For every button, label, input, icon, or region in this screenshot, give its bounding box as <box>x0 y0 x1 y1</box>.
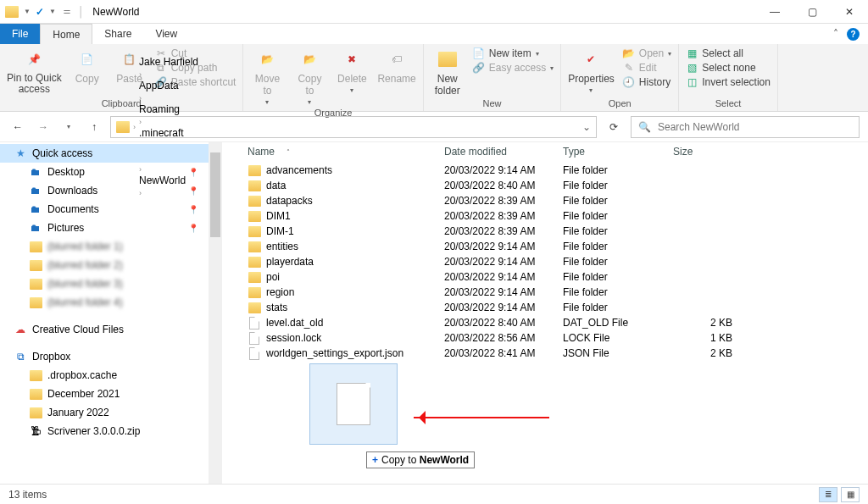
group-select-label: Select <box>686 97 771 111</box>
new-folder-button[interactable]: New folder <box>431 47 465 97</box>
nav-quick-access[interactable]: ★ Quick access <box>0 144 222 163</box>
file-type: File folder <box>563 271 673 283</box>
nav-jan-folder[interactable]: January 2022 <box>0 403 222 422</box>
nav-creative-cloud[interactable]: ☁ Creative Cloud Files <box>0 320 222 339</box>
view-details-button[interactable]: ≣ <box>819 487 837 502</box>
rename-button[interactable]: 🏷 Rename <box>377 47 415 85</box>
file-row[interactable]: datapacks20/03/2022 8:39 AMFile folder <box>222 193 868 208</box>
history-icon: 🕘 <box>623 76 635 88</box>
column-date[interactable]: Date modified <box>444 146 563 158</box>
breadcrumb-Jake Harfield[interactable]: Jake Harfield <box>139 56 198 68</box>
file-row[interactable]: playerdata20/03/2022 9:14 AMFile folder <box>222 254 868 269</box>
breadcrumb-Roaming[interactable]: Roaming <box>139 103 198 115</box>
nav-documents[interactable]: 🖿Documents📍 <box>0 200 222 219</box>
copy-to-button[interactable]: 📂 Copy to▾ <box>292 47 326 106</box>
tab-view[interactable]: View <box>143 24 189 44</box>
nav-blurred-item[interactable]: (blurred folder 3) <box>0 274 222 293</box>
nav-desktop[interactable]: 🖿Desktop📍 <box>0 163 222 181</box>
ribbon-collapse-icon[interactable]: ˄ <box>833 28 838 40</box>
open-icon: 📂 <box>623 47 635 59</box>
nav-blurred-item[interactable]: (blurred folder 2) <box>0 256 222 274</box>
file-date: 20/03/2022 9:14 AM <box>444 241 563 252</box>
group-open-label: Open <box>568 97 671 111</box>
file-row[interactable]: worldgen_settings_export.json20/03/2022 … <box>222 346 868 361</box>
copy-button[interactable]: 📄 Copy <box>70 47 104 85</box>
file-row[interactable]: region20/03/2022 9:14 AMFile folder <box>222 285 868 300</box>
qat-chevron2-icon[interactable]: ▼ <box>49 8 56 15</box>
column-size[interactable]: Size <box>673 146 741 158</box>
nav-blurred-item[interactable]: (blurred folder 1) <box>0 237 222 256</box>
qat-chevron-icon[interactable]: ▼ <box>24 8 31 15</box>
file-row[interactable]: data20/03/2022 8:40 AMFile folder <box>222 178 868 193</box>
file-icon <box>248 346 261 360</box>
breadcrumb-AppData[interactable]: AppData <box>139 80 198 91</box>
qat-equals-icon[interactable]: ＝ <box>61 4 73 19</box>
up-button[interactable]: ↑ <box>85 118 103 136</box>
properties-button[interactable]: ✔ Properties▾ <box>568 47 615 94</box>
file-row[interactable]: DIM-120/03/2022 8:39 AMFile folder <box>222 224 868 239</box>
properties-icon: ✔ <box>579 47 603 71</box>
nav-pictures[interactable]: 🖿Pictures📍 <box>0 219 222 237</box>
open-button[interactable]: 📂Open ▾ <box>623 47 671 59</box>
address-dropdown-icon[interactable]: ⌄ <box>582 121 591 133</box>
nav-dropbox-cache[interactable]: .dropbox.cache <box>0 366 222 385</box>
invert-selection-button[interactable]: ◫Invert selection <box>686 76 771 88</box>
folder-icon <box>248 285 261 299</box>
pin-quick-access-button[interactable]: 📌 Pin to Quick access <box>7 47 62 95</box>
back-button[interactable]: ← <box>8 118 27 136</box>
file-row[interactable]: level.dat_old20/03/2022 8:40 AMDAT_OLD F… <box>222 315 868 330</box>
move-to-button[interactable]: 📂 Move to▾ <box>250 47 284 106</box>
select-none-button[interactable]: ▧Select none <box>686 62 771 74</box>
file-row[interactable]: poi20/03/2022 9:14 AMFile folder <box>222 269 868 285</box>
minimize-button[interactable]: — <box>756 0 793 24</box>
file-name: playerdata <box>266 256 444 268</box>
folder-icon: 🖿 <box>29 221 42 235</box>
zip-icon: 🗜 <box>29 424 42 438</box>
file-date: 20/03/2022 8:40 AM <box>444 180 563 191</box>
tab-home[interactable]: Home <box>40 24 92 44</box>
breadcrumb-.minecraft[interactable]: .minecraft <box>139 127 198 139</box>
nav-blurred-item[interactable]: (blurred folder 4) <box>0 293 222 312</box>
recent-locations-button[interactable]: ▾ <box>59 118 78 136</box>
file-row[interactable]: advancements20/03/2022 9:14 AMFile folde… <box>222 163 868 178</box>
file-type: File folder <box>563 210 673 222</box>
file-row[interactable]: session.lock20/03/2022 8:56 AMLOCK File1… <box>222 330 868 346</box>
tab-share[interactable]: Share <box>92 24 143 44</box>
file-type: File folder <box>563 180 673 191</box>
new-folder-icon <box>436 47 459 71</box>
address-bar[interactable]: › Jake Harfield›AppData›Roaming›.minecra… <box>110 116 597 138</box>
nav-dropbox[interactable]: ⧉ Dropbox <box>0 347 222 366</box>
refresh-button[interactable]: ⟳ <box>604 117 624 137</box>
file-row[interactable]: stats20/03/2022 9:14 AMFile folder <box>222 300 868 315</box>
help-icon[interactable]: ? <box>847 28 860 41</box>
nav-downloads[interactable]: 🖿Downloads📍 <box>0 181 222 200</box>
file-row[interactable]: entities20/03/2022 9:14 AMFile folder <box>222 239 868 254</box>
rename-icon: 🏷 <box>385 47 409 71</box>
search-input[interactable]: 🔍 Search NewWorld <box>631 116 860 138</box>
file-menu[interactable]: File <box>0 24 40 44</box>
file-row[interactable]: DIM120/03/2022 8:39 AMFile folder <box>222 208 868 224</box>
delete-button[interactable]: ✖ Delete▾ <box>335 47 369 94</box>
nav-scrivener[interactable]: 🗜 Scrivener 3.0.0.0.zip <box>0 422 222 440</box>
new-item-button[interactable]: 📄New item ▾ <box>473 47 554 59</box>
history-button[interactable]: 🕘History <box>623 76 671 88</box>
nav-scrollbar[interactable] <box>209 142 222 484</box>
column-type[interactable]: Type <box>563 146 673 158</box>
file-name: advancements <box>266 164 444 176</box>
file-date: 20/03/2022 9:14 AM <box>444 164 563 176</box>
easy-access-button[interactable]: 🔗Easy access ▾ <box>473 62 554 74</box>
navigation-pane[interactable]: ★ Quick access 🖿Desktop📍🖿Downloads📍🖿Docu… <box>0 142 222 484</box>
close-button[interactable]: ✕ <box>831 0 868 24</box>
copy-icon: 📄 <box>75 47 99 71</box>
view-large-icons-button[interactable]: ▦ <box>841 487 860 502</box>
nav-dec-folder[interactable]: December 2021 <box>0 385 222 403</box>
qat-check-icon[interactable]: ✓ <box>36 6 44 18</box>
column-name[interactable]: Name˄ <box>248 146 444 158</box>
maximize-button[interactable]: ▢ <box>793 0 831 24</box>
folder-icon <box>248 163 261 177</box>
forward-button[interactable]: → <box>34 118 53 136</box>
folder-icon <box>248 255 261 269</box>
select-all-button[interactable]: ▦Select all <box>686 47 771 59</box>
edit-button[interactable]: ✎Edit <box>623 62 671 74</box>
file-date: 20/03/2022 8:41 AM <box>444 347 563 359</box>
